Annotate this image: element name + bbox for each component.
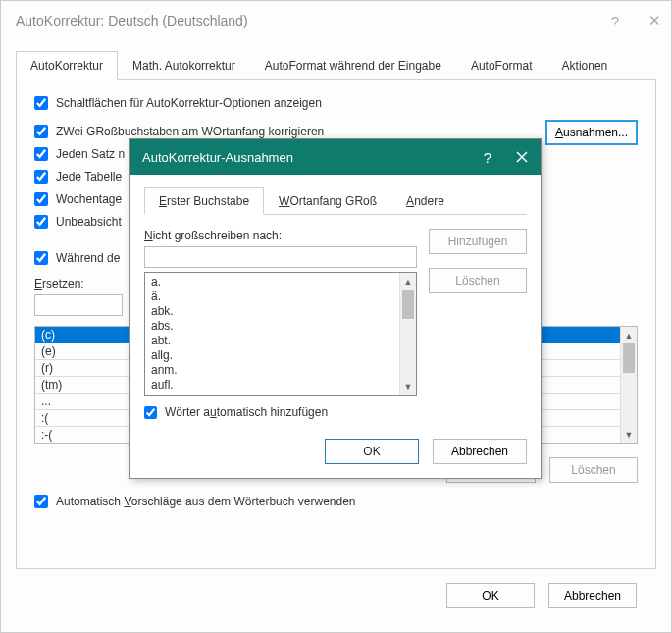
close-icon[interactable]: ✕ [648,12,661,29]
checkbox-auto-suggest[interactable] [34,495,48,508]
list-item[interactable]: abs. [145,319,399,334]
inner-dialog-title: AutoKorrektur-Ausnahmen [142,150,293,165]
checkbox-two-caps[interactable] [34,125,48,138]
delete-button[interactable]: Löschen [549,457,638,483]
scroll-thumb[interactable] [402,290,414,319]
tab-andere[interactable]: Andere [391,187,459,215]
checkbox-label: Während de [56,251,120,265]
ok-button[interactable]: OK [446,583,535,608]
checkbox-auto-add[interactable] [144,406,157,419]
list-item[interactable]: aufl. [145,378,399,393]
list-item[interactable]: ä. [145,290,399,304]
dialog-title: AutoKorrektur: Deutsch (Deutschland) [16,13,248,28]
scrollbar[interactable]: ▲ ▼ [399,273,416,395]
checkbox-label: ZWei GRoßbuchstaben am WOrtanfang korrig… [56,125,324,138]
cancel-button[interactable]: Abbrechen [548,583,637,608]
checkbox-label: Automatisch Vorschläge aus dem Wörterbuc… [56,495,356,508]
scroll-down-icon[interactable]: ▼ [400,378,416,395]
help-icon[interactable]: ? [611,13,619,29]
tab-math-autokorrektur[interactable]: Math. Autokorrektur [118,51,250,80]
dialog-titlebar: AutoKorrektur: Deutsch (Deutschland) ? ✕ [1,1,671,40]
list-item[interactable]: allg. [145,348,399,363]
checkbox-replace-typing[interactable] [34,251,48,265]
scroll-up-icon[interactable]: ▲ [400,273,416,290]
list-item[interactable]: anm. [145,363,399,378]
scroll-thumb[interactable] [623,343,635,373]
ausnahmen-button[interactable]: Ausnahmen... [545,120,638,145]
checkbox-table-cap[interactable] [34,170,48,184]
delete-button[interactable]: Löschen [429,268,527,293]
checkbox-label: Schaltflächen für AutoKorrektur-Optionen… [56,96,322,110]
tab-autoformat-eingabe[interactable]: AutoFormat während der Eingabe [250,51,456,80]
ok-button[interactable]: OK [325,439,419,464]
list-item[interactable]: abk. [145,304,399,319]
scroll-up-icon[interactable]: ▲ [621,327,637,343]
checkbox-label: Wochentage [56,192,122,206]
inner-tabs: Erster Buchstabe WOrtanfang GRoß Andere [144,186,527,215]
list-item[interactable]: abt. [145,334,399,348]
close-icon[interactable] [515,150,529,164]
help-icon[interactable]: ? [484,149,491,166]
replace-label: Ersetzen: [34,277,123,290]
inner-titlebar: AutoKorrektur-Ausnahmen ? [130,139,541,175]
tab-autokorrektur[interactable]: AutoKorrektur [16,51,118,80]
checkbox-label: Unbeabsicht [56,215,122,229]
checkbox-show-buttons[interactable] [34,96,48,110]
scrollbar[interactable]: ▲ ▼ [620,327,637,443]
checkbox-sentence-cap[interactable] [34,147,48,161]
tab-wortanfang-gross[interactable]: WOrtanfang GRoß [264,187,391,215]
replace-input[interactable] [34,294,123,316]
tab-erster-buchstabe[interactable]: Erster Buchstabe [144,187,264,215]
checkbox-weekday-cap[interactable] [34,192,48,206]
add-button[interactable]: Hinzufügen [429,229,527,254]
checkbox-capslock[interactable] [34,215,48,229]
cancel-button[interactable]: Abbrechen [433,439,527,464]
tab-autoformat[interactable]: AutoFormat [456,51,547,80]
scroll-down-icon[interactable]: ▼ [621,426,637,443]
checkbox-label: Jeden Satz n [56,147,125,161]
field-label: Nicht großschreiben nach: [144,229,417,242]
exception-input[interactable] [144,246,417,268]
checkbox-label: Jede Tabelle [56,170,122,184]
checkbox-label: Wörter automatisch hinzufügen [165,405,328,419]
tab-aktionen[interactable]: Aktionen [547,51,623,80]
list-item[interactable]: a. [145,275,399,290]
ausnahmen-dialog: AutoKorrektur-Ausnahmen ? Erster Buchsta… [129,138,542,479]
exception-list: a. ä. abk. abs. abt. allg. anm. aufl. ▲ … [144,272,417,396]
dialog-tabs: AutoKorrektur Math. Autokorrektur AutoFo… [16,50,656,80]
